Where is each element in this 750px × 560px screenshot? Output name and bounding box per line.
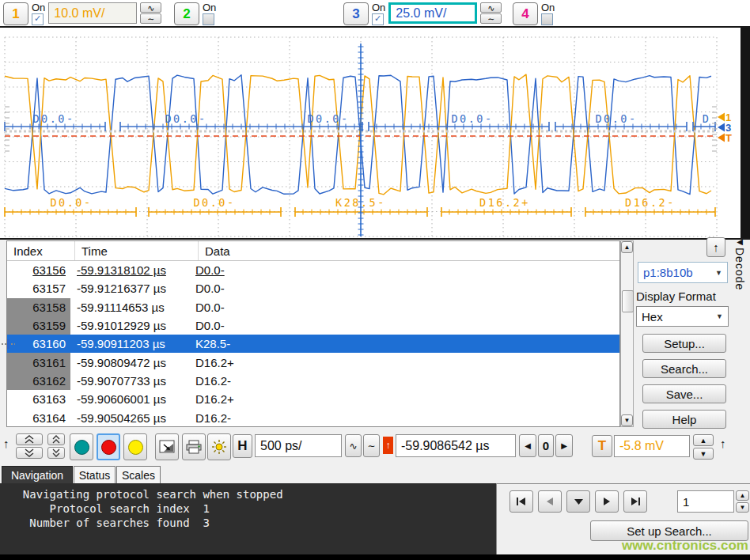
delay-zero-button[interactable]: 0 <box>538 434 554 457</box>
cell-time[interactable]: -59.91012929 µs <box>70 319 189 332</box>
search-button[interactable]: Search... <box>642 359 726 378</box>
column-header-index[interactable]: Index <box>7 241 75 260</box>
search-index-field[interactable]: 1 <box>677 490 734 513</box>
scroll-up-button[interactable]: ▲ <box>621 241 633 253</box>
channel-3-waveform-up-button[interactable]: ∿ <box>480 2 502 13</box>
bus-select-dropdown[interactable]: p1:8b10b ▼ <box>638 262 728 283</box>
next-result-button[interactable] <box>595 490 619 513</box>
table-scrollbar[interactable]: ▲ ▼ <box>620 240 634 427</box>
decode-side-tab[interactable]: ◀ Decode <box>731 237 748 348</box>
cell-index[interactable]: 63159 <box>7 316 70 335</box>
channel-3-on-checkbox[interactable]: ✓ <box>372 13 384 25</box>
cell-time[interactable]: -59.90809472 µs <box>70 356 189 369</box>
jump-down-button[interactable] <box>566 490 590 513</box>
cell-data[interactable]: D0.0- <box>189 263 619 277</box>
channel-3-scale-field[interactable]: 25.0 mV/ <box>388 2 477 24</box>
cell-data[interactable]: D16.2- <box>189 374 619 388</box>
channel-3-waveform-down-button[interactable]: ∼ <box>480 13 502 24</box>
cell-data[interactable]: D0.0- <box>189 282 619 295</box>
stop-button[interactable] <box>97 433 120 460</box>
cell-index[interactable]: 63160 <box>7 335 70 353</box>
channel-2-button[interactable]: 2 <box>174 2 199 25</box>
cell-data[interactable]: K28.5- <box>189 337 619 350</box>
table-row[interactable]: 63159-59.91012929 µsD0.0- <box>7 316 619 335</box>
brightness-button[interactable] <box>207 433 231 460</box>
table-row[interactable]: 63163-59.90606001 µsD16.2+ <box>7 390 619 408</box>
cell-index[interactable]: 63163 <box>7 390 70 408</box>
cell-time[interactable]: -59.90707733 µs <box>70 374 189 388</box>
collapse-panel-button[interactable]: ↑ <box>706 237 725 257</box>
cell-data[interactable]: D16.2+ <box>189 356 619 369</box>
previous-result-button[interactable] <box>538 490 562 513</box>
tab-scales[interactable]: Scales <box>116 466 161 483</box>
table-row[interactable]: 63162-59.90707733 µsD16.2- <box>7 372 619 390</box>
cell-time[interactable]: -59.90504265 µs <box>70 411 189 425</box>
timebase-field[interactable]: 500 ps/ <box>255 434 342 457</box>
cell-index[interactable]: 63157 <box>7 279 70 297</box>
column-header-time[interactable]: Time <box>75 241 199 260</box>
timebase-fine-button[interactable]: ∿ <box>345 434 362 457</box>
delay-left-button[interactable]: ◀ <box>519 434 536 457</box>
waveform-display[interactable]: D0.0-D0.0-D0.0-D0.0-D0.0-DD0.0-D0.0-K28.… <box>0 28 750 238</box>
delay-right-button[interactable]: ▶ <box>555 434 573 457</box>
cell-index[interactable]: 63164 <box>7 408 70 426</box>
trigger-level-field[interactable]: -5.8 mV <box>614 435 690 457</box>
setup-button[interactable]: Setup... <box>642 334 726 353</box>
stepper-up-button[interactable] <box>16 433 43 445</box>
timebase-wave-button[interactable]: ∼ <box>363 434 380 457</box>
screenshot-button[interactable] <box>155 433 179 460</box>
table-row[interactable]: 63160-59.90911203 µsK28.5- <box>7 335 619 353</box>
tab-navigation[interactable]: Navigation <box>2 466 73 483</box>
channel-4-on-checkbox[interactable]: ✓ <box>541 13 553 25</box>
scroll-down-button[interactable]: ▼ <box>621 414 633 426</box>
cell-index[interactable]: 63161 <box>7 353 70 371</box>
run-button[interactable] <box>70 433 93 460</box>
stepper-up-button[interactable]: ▲ <box>693 434 714 446</box>
help-button[interactable]: Help <box>642 410 726 429</box>
cell-data[interactable]: D16.2- <box>189 411 619 425</box>
cell-index[interactable]: 63162 <box>7 372 70 390</box>
stepper-down-button[interactable] <box>16 447 43 459</box>
cell-data[interactable]: D0.0- <box>189 319 619 332</box>
table-row[interactable]: 63164-59.90504265 µsD16.2- <box>7 408 619 426</box>
single-button[interactable] <box>123 433 147 460</box>
column-header-data[interactable]: Data <box>199 241 619 260</box>
tab-status[interactable]: Status <box>74 466 116 483</box>
display-format-dropdown[interactable]: Hex ▼ <box>636 306 729 327</box>
table-row[interactable]: 63157-59.91216377 µsD0.0- <box>7 279 619 297</box>
last-result-button[interactable] <box>623 490 647 513</box>
horizontal-button[interactable]: H <box>233 434 252 458</box>
save-button[interactable]: Save... <box>642 384 726 403</box>
table-row[interactable]: 63158-59.91114653 µsD0.0- <box>7 298 619 316</box>
stepper-down-button[interactable] <box>47 447 65 459</box>
stepper-down-button[interactable]: ▼ <box>736 502 749 513</box>
cell-time[interactable]: -59.91114653 µs <box>70 301 189 314</box>
trigger-button[interactable]: T <box>592 435 612 457</box>
table-row[interactable]: 63156-59.91318102 µsD0.0- <box>7 261 619 279</box>
cell-data[interactable]: D0.0- <box>189 301 619 314</box>
channel-1-waveform-up-button[interactable]: ∿ <box>140 2 161 13</box>
cell-time[interactable]: -59.90911203 µs <box>70 337 189 350</box>
cell-index[interactable]: 63158 <box>7 298 70 316</box>
delay-field[interactable]: -59.9086542 µs <box>396 434 516 457</box>
channel-4-button[interactable]: 4 <box>513 2 538 25</box>
channel-1-waveform-down-button[interactable]: ∼ <box>140 13 161 24</box>
cell-time[interactable]: -59.91216377 µs <box>70 282 189 295</box>
cell-time[interactable]: -59.91318102 µs <box>70 263 189 277</box>
table-row[interactable]: 63161-59.90809472 µsD16.2+ <box>7 353 619 371</box>
stepper-down-button[interactable]: ▼ <box>693 448 714 460</box>
print-button[interactable] <box>182 433 206 460</box>
stepper-up-button[interactable]: ▲ <box>736 490 749 501</box>
channel-1-scale-field[interactable]: 10.0 mV/ <box>48 2 137 24</box>
channel-1-on-checkbox[interactable]: ✓ <box>32 13 44 25</box>
channel-3-button[interactable]: 3 <box>343 2 369 25</box>
stepper-up-button[interactable] <box>47 433 65 445</box>
channel-2-on-checkbox[interactable]: ✓ <box>203 13 214 25</box>
cell-index[interactable]: 63156 <box>7 261 70 279</box>
first-result-button[interactable] <box>509 490 533 513</box>
scrollbar-thumb[interactable] <box>622 290 634 312</box>
channel-1-group: 1 On ✓ 10.0 mV/ ∿ ∼ <box>3 2 161 25</box>
cell-data[interactable]: D16.2+ <box>189 392 619 406</box>
channel-1-button[interactable]: 1 <box>3 2 28 25</box>
cell-time[interactable]: -59.90606001 µs <box>70 392 189 406</box>
